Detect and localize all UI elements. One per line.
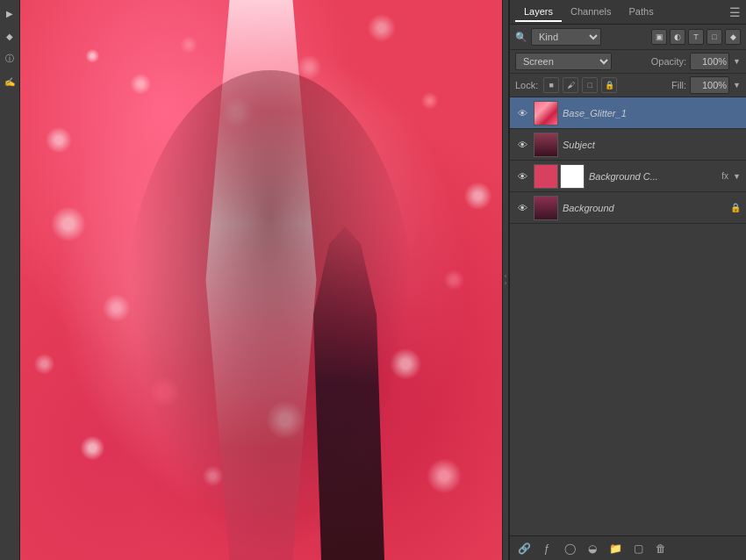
layer-thumbnail-bg-mask <box>560 164 585 189</box>
kind-filter-row: 🔍 Kind ▣ ◐ T □ ◆ <box>510 25 746 50</box>
layer-fx-chevron: ▼ <box>733 172 741 181</box>
layer-thumbnail-background <box>534 196 558 220</box>
layer-thumbnail-base-glitter <box>534 101 558 126</box>
add-style-btn[interactable]: ƒ <box>538 540 556 557</box>
layers-panel: Layers Channels Paths ☰ 🔍 Kind ▣ ◐ T □ ◆… <box>509 0 746 560</box>
left-toolbar: ▶ ◆ ⓘ ✍ <box>0 0 20 560</box>
layer-name-base-glitter: Base_Glitter_1 <box>563 108 741 118</box>
layer-visibility-subject[interactable]: 👁 <box>515 138 529 152</box>
layer-thumb-pair-background-c <box>534 164 585 189</box>
fill-chevron: ▼ <box>733 81 741 90</box>
lock-all-btn[interactable]: 🔒 <box>601 77 617 93</box>
smart-filter-btn[interactable]: ◆ <box>725 29 741 45</box>
type-filter-btn[interactable]: T <box>688 29 704 45</box>
opacity-chevron: ▼ <box>733 57 741 66</box>
panel-collapse-handle[interactable] <box>502 0 509 560</box>
layer-fx-icon[interactable]: fx <box>721 171 728 181</box>
layer-row-background-c[interactable]: 👁 Background C... fx ▼ <box>510 161 746 192</box>
info-tool[interactable]: ⓘ <box>2 51 18 67</box>
add-mask-btn[interactable]: ◯ <box>561 540 578 557</box>
pixel-filter-btn[interactable]: ▣ <box>651 29 667 45</box>
blend-opacity-row: Screen Opacity: ▼ <box>510 50 746 74</box>
create-group-btn[interactable]: 📁 <box>606 540 624 557</box>
lock-label: Lock: <box>515 80 538 90</box>
shape-filter-btn[interactable]: □ <box>707 29 722 45</box>
new-layer-btn[interactable]: ▢ <box>629 540 647 557</box>
layer-row-subject[interactable]: 👁 Subject <box>510 129 746 161</box>
move-tool[interactable]: ▶ <box>2 5 18 21</box>
layer-row-base-glitter[interactable]: 👁 Base_Glitter_1 <box>510 97 746 129</box>
layer-thumbnail-bg-color <box>534 164 558 189</box>
link-layers-btn[interactable]: 🔗 <box>515 540 533 557</box>
panel-menu-icon[interactable]: ☰ <box>729 5 741 19</box>
lock-fill-row: Lock: ■ 🖌 □ 🔒 Fill: ▼ <box>510 74 746 97</box>
layer-lock-icon-background: 🔒 <box>730 203 741 212</box>
canvas-image <box>20 0 502 560</box>
layer-visibility-base-glitter[interactable]: 👁 <box>515 106 529 120</box>
layer-visibility-background[interactable]: 👁 <box>515 201 529 215</box>
adjustment-filter-btn[interactable]: ◐ <box>670 29 685 45</box>
layer-row-background[interactable]: 👁 Background 🔒 <box>510 192 746 224</box>
layer-visibility-background-c[interactable]: 👁 <box>515 169 529 183</box>
blend-mode-select[interactable]: Screen <box>515 53 612 70</box>
panel-tabs: Layers Channels Paths ☰ <box>510 0 746 25</box>
layer-list: 👁 Base_Glitter_1 👁 Subject 👁 Background … <box>510 97 746 535</box>
kind-select[interactable]: Kind <box>531 28 601 46</box>
panel-bottom: 🔗 ƒ ◯ ◒ 📁 ▢ 🗑 <box>510 535 746 560</box>
lasso-tool[interactable]: ◆ <box>2 28 18 44</box>
search-icon: 🔍 <box>515 32 527 43</box>
opacity-input[interactable] <box>690 53 729 70</box>
opacity-label: Opacity: <box>651 56 686 67</box>
add-layer-tool[interactable]: ✍ <box>2 74 18 90</box>
fill-label: Fill: <box>671 80 686 90</box>
tab-paths[interactable]: Paths <box>620 3 663 22</box>
delete-layer-btn[interactable]: 🗑 <box>652 540 670 557</box>
kind-icons: ▣ ◐ T □ ◆ <box>605 29 741 45</box>
lock-pixels-btn[interactable]: ■ <box>543 77 559 93</box>
layer-name-subject: Subject <box>563 140 741 150</box>
tab-layers[interactable]: Layers <box>515 3 562 22</box>
layer-thumbnail-subject <box>534 133 558 157</box>
fill-input[interactable] <box>690 76 729 94</box>
layer-name-background-c: Background C... <box>589 171 717 182</box>
tab-channels[interactable]: Channels <box>562 3 620 22</box>
layer-name-background: Background <box>563 203 726 213</box>
add-adjustment-btn[interactable]: ◒ <box>584 540 601 557</box>
lock-artboard-btn[interactable]: □ <box>582 77 598 93</box>
canvas-area <box>20 0 502 560</box>
lock-position-btn[interactable]: 🖌 <box>563 77 578 93</box>
